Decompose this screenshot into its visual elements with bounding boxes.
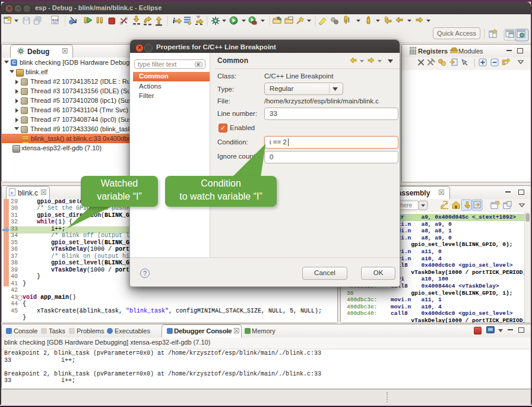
svg-text:c: c [11,190,14,195]
svg-text:i: i [173,16,175,25]
svg-text:010: 010 [52,18,59,22]
